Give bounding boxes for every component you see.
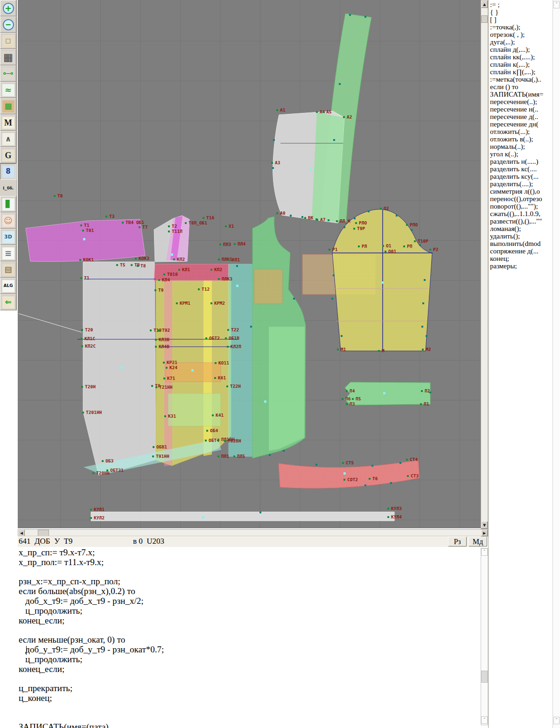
- editor-vscrollbar[interactable]: ˆ ˇ: [481, 548, 488, 725]
- command-item[interactable]: конец;: [489, 255, 553, 262]
- draw-tools-button[interactable]: ∧: [0, 131, 16, 147]
- command-item[interactable]: дуга(,..);: [489, 38, 553, 46]
- view-3d-button[interactable]: 3D: [0, 229, 16, 245]
- command-item[interactable]: { }: [489, 8, 553, 16]
- pattern-canvas-svg[interactable]: А1А4А5А2А3А0ВКА7ПЛ_КТ0Т3Т1Т01ТВ4 ОБ1Т7КО…: [18, 0, 481, 528]
- command-item[interactable]: нормаль(..);: [489, 143, 553, 150]
- measure-segment-button[interactable]: o—o: [0, 65, 16, 82]
- point-label: Т92: [162, 328, 170, 333]
- grid-button[interactable]: ▦: [0, 49, 16, 65]
- command-item[interactable]: если () то: [489, 83, 553, 91]
- edge-point: [283, 450, 285, 452]
- command-item[interactable]: :=точка(,);: [489, 23, 553, 31]
- code-line: х_пр_пол:= т11.х-т9.х;: [18, 558, 481, 567]
- command-item[interactable]: сплайн д(,...);: [489, 46, 553, 53]
- chart-table-button[interactable]: ▊: [0, 196, 16, 212]
- panel-scroll-up-icon[interactable]: ˆ: [553, 1, 560, 8]
- code-editor-lines: х_пр_сп:= т9.х-т7.х;х_пр_пол:= т11.х-т9.…: [18, 548, 481, 728]
- size-table-button[interactable]: 8: [0, 163, 16, 180]
- command-item[interactable]: сплайн к∏(,...);: [489, 68, 553, 76]
- command-item[interactable]: пересечение д(..: [489, 113, 553, 120]
- command-item[interactable]: разделить(....);: [489, 180, 553, 188]
- command-item[interactable]: :=метка(точка(,)..: [489, 76, 553, 83]
- canvas-hscroll-thumb[interactable]: [38, 530, 49, 536]
- cyan-strip[interactable]: [229, 264, 252, 456]
- info-label-button[interactable]: i_66.: [0, 180, 16, 196]
- point-marker: [276, 109, 278, 111]
- hood-green-band[interactable]: [312, 112, 344, 223]
- waist-green-strip[interactable]: [345, 382, 430, 405]
- command-item[interactable]: сплайн к(,...);: [489, 61, 553, 68]
- editor-scroll-up-icon[interactable]: ˆ: [481, 548, 488, 556]
- left-front-panel[interactable]: [83, 262, 156, 475]
- alg-document-button[interactable]: ALG: [0, 278, 16, 294]
- md-button[interactable]: Мд: [469, 537, 487, 546]
- canvas-vscrollbar[interactable]: ▲ ▼: [481, 0, 488, 529]
- command-item[interactable]: разделить ксу(...: [489, 173, 553, 180]
- lightgreen-box-mid[interactable]: [168, 393, 221, 426]
- command-item[interactable]: удалить();: [489, 232, 553, 240]
- zoom-pan-button[interactable]: −: [0, 16, 16, 33]
- books-button[interactable]: ▤: [0, 261, 16, 278]
- point-marker: [342, 398, 343, 400]
- canvas-scroll-right-icon[interactable]: ▶: [481, 530, 488, 536]
- point-marker: [82, 412, 84, 413]
- command-item[interactable]: угол к(..);: [489, 150, 553, 158]
- command-item[interactable]: ЗАПИСАТЬ(имя=: [489, 91, 553, 98]
- pattern-piece-button[interactable]: ▩: [0, 98, 16, 114]
- canvas-scroll-up-icon[interactable]: ▲: [481, 0, 488, 8]
- editor-scroll-down-icon[interactable]: ˇ: [481, 716, 488, 724]
- command-item[interactable]: разделить н(.....): [489, 158, 553, 165]
- point-label: КО11: [218, 360, 229, 365]
- editor-vscroll-thumb[interactable]: [481, 671, 488, 683]
- code-editor[interactable]: х_пр_сп:= т9.х-т7.х;х_пр_пол:= т11.х-т9.…: [18, 547, 481, 728]
- exit-button[interactable]: ⇐: [0, 294, 16, 310]
- command-item[interactable]: пересечение дн(: [489, 120, 553, 128]
- command-item[interactable]: отложить(...);: [489, 128, 553, 135]
- zoom-in-button[interactable]: +: [0, 0, 16, 16]
- point-marker: [135, 258, 137, 259]
- status-context: 641 ДОБ У Т9: [19, 537, 73, 546]
- point-marker: [387, 516, 389, 518]
- sleeve-panel[interactable]: [332, 210, 432, 351]
- document-m-button[interactable]: M: [0, 114, 16, 131]
- command-item[interactable]: пересечение(..);: [489, 98, 553, 105]
- panel-scroll-down-icon[interactable]: ˇ: [553, 717, 560, 724]
- canvas-vscroll-thumb[interactable]: [481, 15, 488, 23]
- command-item[interactable]: пересечение н(..: [489, 105, 553, 113]
- spec-list-button[interactable]: ≡: [0, 245, 16, 261]
- command-item[interactable]: размеры;: [489, 262, 553, 270]
- point-marker: [150, 329, 152, 331]
- command-item[interactable]: [ ]: [489, 16, 553, 23]
- rz-button[interactable]: Рз: [448, 537, 467, 546]
- point-label: ОБ1В: [229, 336, 239, 341]
- command-item[interactable]: := ;: [489, 1, 553, 8]
- bodice-inner-green[interactable]: [269, 327, 305, 451]
- command-item[interactable]: разделить кс(....: [489, 165, 553, 173]
- canvas-scroll-left-icon[interactable]: ◀: [18, 530, 25, 536]
- canvas-scroll-down-icon[interactable]: ▼: [481, 521, 488, 529]
- command-item[interactable]: развести((),(),..."": [489, 217, 553, 225]
- orange-rect-small[interactable]: [254, 269, 282, 304]
- command-item[interactable]: поворот((),..."");: [489, 203, 553, 210]
- command-item[interactable]: сплайн кк(,....);: [489, 53, 553, 61]
- code-line: ц_продолжить;: [18, 655, 481, 665]
- command-item[interactable]: сжать((),..1.1.0.9,: [489, 210, 553, 217]
- command-item[interactable]: сопряжение д(...: [489, 247, 553, 255]
- piece-center-point: [309, 168, 312, 170]
- point-marker: [219, 244, 221, 245]
- command-item[interactable]: отложить в(..);: [489, 135, 553, 143]
- document-g-button[interactable]: G: [0, 147, 16, 163]
- panel-scrollbar[interactable]: ˆ ˇ: [553, 0, 560, 728]
- curve-sheet-button[interactable]: ≈: [0, 82, 16, 98]
- point-label: Т12: [202, 287, 210, 292]
- point-label: Т11П: [172, 229, 182, 234]
- command-item[interactable]: выполнить(dmod: [489, 240, 553, 247]
- model-photo-button[interactable]: ☺: [0, 212, 16, 229]
- command-item[interactable]: ломаная();: [489, 225, 553, 232]
- command-item[interactable]: отрезок( , );: [489, 31, 553, 38]
- cuff-strip[interactable]: [91, 512, 394, 521]
- print-preview-button[interactable]: ◻: [0, 33, 16, 49]
- command-item[interactable]: перенос((),отрезо: [489, 195, 553, 203]
- command-item[interactable]: симметрия л((),о: [489, 188, 553, 195]
